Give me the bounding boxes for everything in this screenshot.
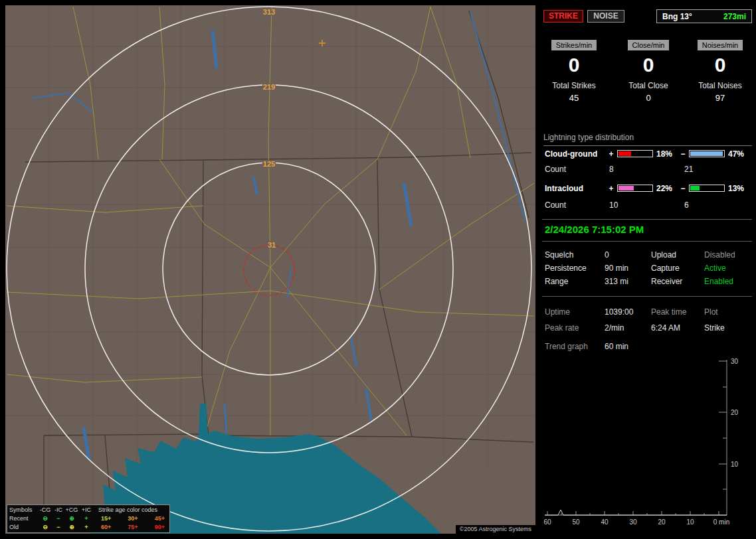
count-label: Count xyxy=(545,165,609,175)
range-label-125: 125 xyxy=(263,160,275,168)
cloud-ground-count-row: Count 8 21 xyxy=(545,165,752,175)
ic-minus-bar xyxy=(689,185,725,192)
squelch-row: Squelch 0 Upload Disabled xyxy=(545,248,752,262)
bearing-value: Bng 13° xyxy=(662,12,692,21)
legend-recent-row: Recent ⊖ − ⊕ + 15+ 30+ 45+ xyxy=(9,514,167,523)
x-tick-20: 20 xyxy=(658,518,666,526)
legend-col-neg-cg: -CG xyxy=(39,506,52,514)
uptime-label: Uptime xyxy=(545,307,605,317)
map-legend: Symbols -CG -IC +CG +IC Strike age color… xyxy=(7,504,170,533)
plus-sign: + xyxy=(607,184,615,193)
cloud-ground-row: Cloud-ground + 18% − 47% xyxy=(545,149,752,159)
peak-rate-value: 2/min xyxy=(605,323,651,333)
upload-label: Upload xyxy=(651,250,704,260)
neg-ic-old-icon: − xyxy=(52,523,65,532)
legend-age-header: Strike age color codes xyxy=(94,506,167,514)
legend-symbols-header: Symbols xyxy=(9,506,39,514)
x-tick-30: 30 xyxy=(629,518,637,526)
strike-mode-button[interactable]: STRIKE xyxy=(543,10,583,23)
receiver-status: Enabled xyxy=(704,277,733,286)
range-label-219: 219 xyxy=(263,83,275,91)
legend-recent-label: Recent xyxy=(9,514,39,523)
distribution-title: Lightning type distribution xyxy=(543,133,752,146)
legend-header-row: Symbols -CG -IC +CG +IC Strike age color… xyxy=(9,506,167,514)
graph-tick-labels: 30 20 10 60 50 40 30 20 10 0 min xyxy=(543,358,738,526)
total-strikes-value: 45 xyxy=(539,93,609,103)
uptime-value: 1039:00 xyxy=(605,307,651,317)
strikes-rate-column: Strikes/min 0 Total Strikes 45 xyxy=(539,40,609,103)
noises-per-min-badge: Noises/min xyxy=(698,40,743,50)
plot-value: Strike xyxy=(704,323,725,333)
ic-plus-bar-fill xyxy=(618,186,634,191)
capture-status: Active xyxy=(704,264,726,273)
neg-cg-recent-icon: ⊖ xyxy=(39,514,52,523)
ic-plus-count: 10 xyxy=(609,200,684,210)
close-rate-column: Close/min 0 Total Close 0 xyxy=(614,40,683,103)
ic-plus-bar xyxy=(617,185,653,192)
y-tick-20: 20 xyxy=(731,409,739,416)
current-datetime: 2/24/2026 7:15:02 PM xyxy=(545,224,644,235)
ic-minus-pct: 13% xyxy=(727,184,751,193)
trend-graph: 30 20 10 60 50 40 30 20 10 0 min xyxy=(541,353,749,534)
range-value: 313 mi xyxy=(605,277,651,286)
divider xyxy=(542,241,752,242)
trend-graph-label: Trend graph xyxy=(545,342,605,351)
receiver-label: Receiver xyxy=(651,277,704,286)
close-per-min-badge: Close/min xyxy=(628,40,670,50)
legend-recent-ages: 15+ 30+ 45+ xyxy=(94,514,167,523)
persistence-label: Persistence xyxy=(545,264,605,273)
peak-rate-row: Peak rate 2/min 6:24 AM Strike xyxy=(545,321,752,335)
strikes-per-min-value: 0 xyxy=(539,54,609,76)
intracloud-row: Intracloud + 22% − 13% xyxy=(545,183,752,193)
capture-label: Capture xyxy=(651,264,704,273)
age-code-45: 45+ xyxy=(155,514,165,523)
cg-minus-bar-fill xyxy=(690,151,723,156)
pos-ic-recent-icon: + xyxy=(78,514,94,523)
trend-graph-value: 60 min xyxy=(605,342,651,351)
squelch-label: Squelch xyxy=(545,250,605,260)
upload-status: Disabled xyxy=(704,250,735,260)
cg-minus-count: 21 xyxy=(684,165,693,175)
range-label-313: 313 xyxy=(263,8,275,16)
close-per-min-value: 0 xyxy=(614,54,683,76)
cg-plus-bar xyxy=(617,150,653,157)
graph-axes xyxy=(545,360,727,515)
cg-plus-count: 8 xyxy=(609,165,684,175)
noise-mode-button[interactable]: NOISE xyxy=(587,10,624,23)
legend-old-ages: 60+ 75+ 90+ xyxy=(94,523,167,532)
pos-cg-old-icon: ⊕ xyxy=(65,523,78,532)
minus-sign: − xyxy=(679,184,687,193)
range-label: Range xyxy=(545,277,605,286)
peak-time-value: 6:24 AM xyxy=(651,323,704,333)
x-tick-40: 40 xyxy=(601,518,609,526)
plus-sign: + xyxy=(607,149,615,159)
legend-old-label: Old xyxy=(9,523,39,532)
x-tick-60: 60 xyxy=(543,518,551,526)
cg-plus-bar-fill xyxy=(618,151,631,156)
trend-graph-row: Trend graph 60 min xyxy=(545,340,752,353)
ic-plus-pct: 22% xyxy=(655,184,679,193)
age-code-15: 15+ xyxy=(101,514,111,523)
x-tick-10: 10 xyxy=(686,518,694,526)
strikes-per-min-badge: Strikes/min xyxy=(551,40,597,50)
plot-label: Plot xyxy=(704,307,718,317)
age-code-30: 30+ xyxy=(128,514,138,523)
x-tick-0: 0 min xyxy=(713,518,729,526)
peak-time-label: Peak time xyxy=(651,307,704,317)
cg-minus-pct: 47% xyxy=(727,149,751,159)
trend-line xyxy=(545,510,727,515)
ic-minus-bar-fill xyxy=(690,186,700,191)
peak-rate-label: Peak rate xyxy=(545,323,605,333)
radar-map[interactable]: 313 219 125 31 Symbols -CG -IC +CG +IC S… xyxy=(5,5,535,534)
cloud-ground-label: Cloud-ground xyxy=(545,149,607,159)
copyright-notice: ©2005 Astrogenic Systems xyxy=(456,525,535,534)
bearing-distance-box: Bng 13° 273mi xyxy=(656,9,752,23)
y-tick-10: 10 xyxy=(731,461,739,468)
total-close-label: Total Close xyxy=(614,81,683,90)
ic-minus-count: 6 xyxy=(684,200,689,210)
range-label-31: 31 xyxy=(268,241,276,249)
uptime-row: Uptime 1039:00 Peak time Plot xyxy=(545,305,752,319)
age-code-75: 75+ xyxy=(128,523,138,532)
minus-sign: − xyxy=(679,149,687,159)
x-tick-50: 50 xyxy=(572,518,580,526)
